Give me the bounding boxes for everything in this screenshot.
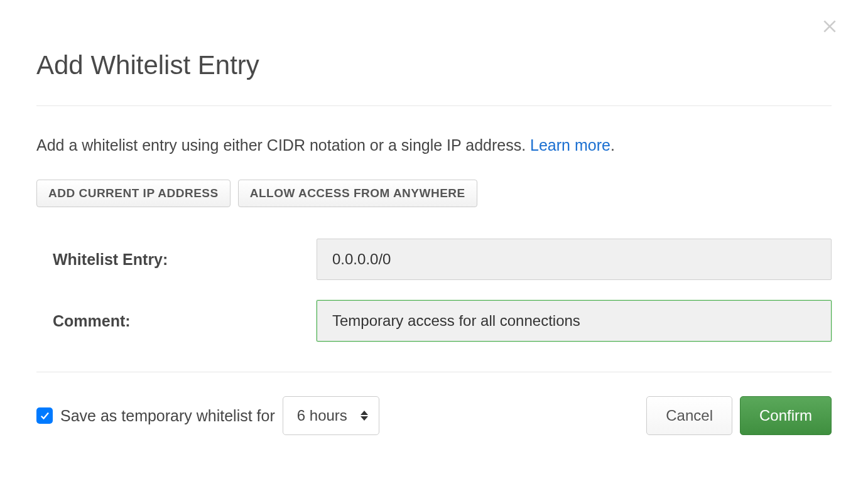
modal-title: Add Whitelist Entry xyxy=(36,50,832,80)
header-divider xyxy=(36,105,832,106)
close-icon xyxy=(822,18,838,35)
add-current-ip-button[interactable]: ADD CURRENT IP ADDRESS xyxy=(36,180,231,207)
modal-description: Add a whitelist entry using either CIDR … xyxy=(36,136,832,154)
whitelist-modal: Add Whitelist Entry Add a whitelist entr… xyxy=(0,0,868,460)
check-icon xyxy=(39,410,50,421)
comment-row: Comment: xyxy=(36,300,832,342)
temporary-checkbox-label: Save as temporary whitelist for xyxy=(60,407,275,425)
comment-label: Comment: xyxy=(53,312,317,330)
duration-select-wrapper: 6 hours xyxy=(283,396,379,435)
comment-input[interactable] xyxy=(317,300,832,342)
whitelist-entry-label: Whitelist Entry: xyxy=(53,251,317,269)
description-period: . xyxy=(610,136,615,154)
temporary-whitelist-area: Save as temporary whitelist for 6 hours xyxy=(36,396,379,435)
whitelist-entry-input[interactable] xyxy=(317,239,832,280)
confirm-button[interactable]: Confirm xyxy=(740,396,832,435)
description-text: Add a whitelist entry using either CIDR … xyxy=(36,136,530,154)
footer-divider xyxy=(36,372,832,372)
duration-select[interactable]: 6 hours xyxy=(283,396,379,435)
action-buttons: Cancel Confirm xyxy=(646,396,832,435)
modal-footer: Save as temporary whitelist for 6 hours … xyxy=(36,396,832,435)
quick-action-row: ADD CURRENT IP ADDRESS ALLOW ACCESS FROM… xyxy=(36,180,832,207)
whitelist-entry-row: Whitelist Entry: xyxy=(36,239,832,280)
cancel-button[interactable]: Cancel xyxy=(646,396,732,435)
close-button[interactable] xyxy=(822,18,838,38)
learn-more-link[interactable]: Learn more xyxy=(530,136,610,154)
temporary-checkbox[interactable] xyxy=(36,407,53,424)
allow-anywhere-button[interactable]: ALLOW ACCESS FROM ANYWHERE xyxy=(238,180,477,207)
